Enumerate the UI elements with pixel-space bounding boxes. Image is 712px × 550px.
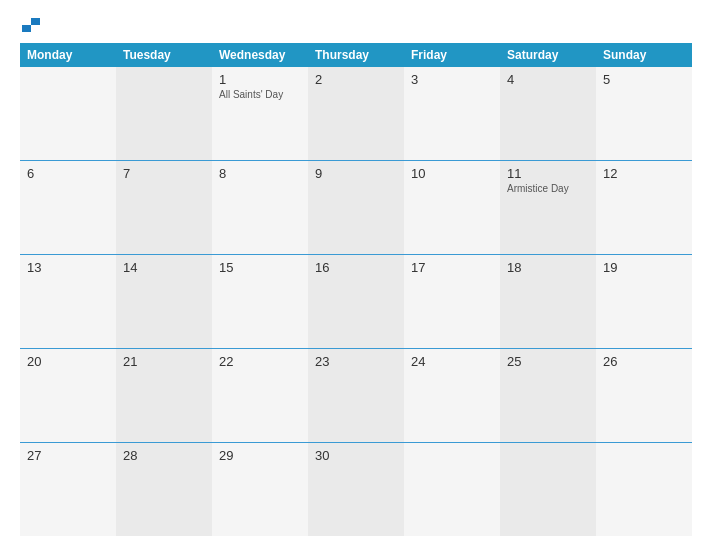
day-number: 10 <box>411 166 493 181</box>
day-number: 28 <box>123 448 205 463</box>
calendar: MondayTuesdayWednesdayThursdayFridaySatu… <box>20 43 692 536</box>
calendar-week-2: 67891011Armistice Day12 <box>20 161 692 255</box>
calendar-cell: 4 <box>500 67 596 160</box>
day-number: 24 <box>411 354 493 369</box>
day-number: 27 <box>27 448 109 463</box>
calendar-header: MondayTuesdayWednesdayThursdayFridaySatu… <box>20 43 692 67</box>
weekday-header-thursday: Thursday <box>308 43 404 67</box>
calendar-cell: 9 <box>308 161 404 254</box>
day-number: 8 <box>219 166 301 181</box>
day-number: 12 <box>603 166 685 181</box>
day-number: 29 <box>219 448 301 463</box>
day-number: 3 <box>411 72 493 87</box>
day-number: 11 <box>507 166 589 181</box>
calendar-cell: 10 <box>404 161 500 254</box>
day-number: 23 <box>315 354 397 369</box>
day-number: 19 <box>603 260 685 275</box>
day-number: 22 <box>219 354 301 369</box>
calendar-cell: 22 <box>212 349 308 442</box>
calendar-cell: 29 <box>212 443 308 536</box>
logo <box>20 18 40 33</box>
calendar-week-3: 13141516171819 <box>20 255 692 349</box>
day-number: 6 <box>27 166 109 181</box>
calendar-cell: 24 <box>404 349 500 442</box>
calendar-cell: 21 <box>116 349 212 442</box>
day-number: 18 <box>507 260 589 275</box>
calendar-page: MondayTuesdayWednesdayThursdayFridaySatu… <box>0 0 712 550</box>
day-number: 9 <box>315 166 397 181</box>
day-number: 16 <box>315 260 397 275</box>
calendar-cell: 14 <box>116 255 212 348</box>
calendar-cell: 17 <box>404 255 500 348</box>
calendar-cell: 5 <box>596 67 692 160</box>
calendar-week-4: 20212223242526 <box>20 349 692 443</box>
calendar-cell: 26 <box>596 349 692 442</box>
day-number: 25 <box>507 354 589 369</box>
day-number: 2 <box>315 72 397 87</box>
calendar-cell <box>20 67 116 160</box>
calendar-cell: 20 <box>20 349 116 442</box>
calendar-cell: 2 <box>308 67 404 160</box>
day-number: 26 <box>603 354 685 369</box>
day-number: 17 <box>411 260 493 275</box>
calendar-cell: 15 <box>212 255 308 348</box>
day-number: 13 <box>27 260 109 275</box>
calendar-body: 1All Saints' Day234567891011Armistice Da… <box>20 67 692 536</box>
calendar-cell <box>500 443 596 536</box>
calendar-cell <box>116 67 212 160</box>
calendar-cell: 7 <box>116 161 212 254</box>
weekday-header-tuesday: Tuesday <box>116 43 212 67</box>
calendar-cell: 19 <box>596 255 692 348</box>
calendar-cell: 25 <box>500 349 596 442</box>
day-number: 5 <box>603 72 685 87</box>
calendar-cell: 30 <box>308 443 404 536</box>
day-number: 14 <box>123 260 205 275</box>
calendar-cell: 8 <box>212 161 308 254</box>
calendar-cell: 18 <box>500 255 596 348</box>
logo-flag-icon <box>22 18 40 32</box>
calendar-cell: 6 <box>20 161 116 254</box>
day-number: 7 <box>123 166 205 181</box>
weekday-header-wednesday: Wednesday <box>212 43 308 67</box>
calendar-cell: 12 <box>596 161 692 254</box>
calendar-cell: 11Armistice Day <box>500 161 596 254</box>
weekday-header-monday: Monday <box>20 43 116 67</box>
calendar-cell: 1All Saints' Day <box>212 67 308 160</box>
calendar-cell: 23 <box>308 349 404 442</box>
calendar-cell: 27 <box>20 443 116 536</box>
svg-marker-1 <box>31 18 40 25</box>
page-header <box>20 18 692 33</box>
holiday-label: All Saints' Day <box>219 89 301 101</box>
day-number: 30 <box>315 448 397 463</box>
calendar-cell: 16 <box>308 255 404 348</box>
calendar-cell <box>596 443 692 536</box>
day-number: 20 <box>27 354 109 369</box>
day-number: 4 <box>507 72 589 87</box>
calendar-cell <box>404 443 500 536</box>
weekday-header-saturday: Saturday <box>500 43 596 67</box>
day-number: 21 <box>123 354 205 369</box>
calendar-week-1: 1All Saints' Day2345 <box>20 67 692 161</box>
day-number: 15 <box>219 260 301 275</box>
calendar-week-5: 27282930 <box>20 443 692 536</box>
calendar-cell: 3 <box>404 67 500 160</box>
day-number: 1 <box>219 72 301 87</box>
weekday-header-sunday: Sunday <box>596 43 692 67</box>
weekday-header-friday: Friday <box>404 43 500 67</box>
calendar-cell: 13 <box>20 255 116 348</box>
calendar-cell: 28 <box>116 443 212 536</box>
holiday-label: Armistice Day <box>507 183 589 195</box>
svg-marker-2 <box>22 25 31 32</box>
